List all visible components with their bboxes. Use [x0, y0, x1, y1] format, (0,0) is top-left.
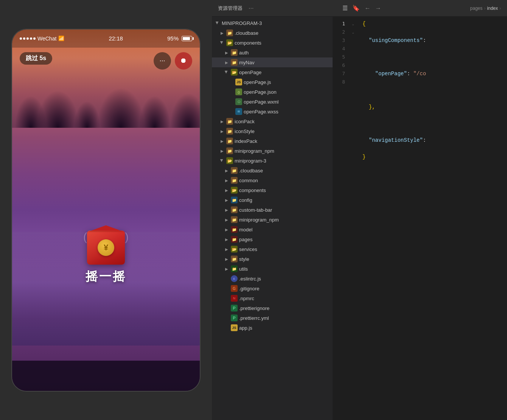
shake-hands: ( ¥ ) [83, 231, 129, 265]
label-utils: utils [239, 266, 248, 272]
tree-item-openPage-json[interactable]: ▶ {} openPage.json [212, 87, 333, 97]
tree-item-iconPack[interactable]: ▶ 📁 iconPack [212, 116, 333, 126]
label-common: common [239, 178, 258, 183]
more-icon: ··· [159, 57, 165, 65]
back-icon[interactable]: ← [364, 5, 370, 12]
tree-item-prettierrc[interactable]: ▶ P .prettierrc.yml [212, 313, 333, 323]
code-editor: 1 2 3 4 5 6 7 8 ⌄ ⌄ { "usingComponents": [333, 17, 507, 420]
folder-icon-myNav: 📁 [231, 59, 238, 66]
tree-item-custom-tab-bar[interactable]: ▶ 📁 custom-tab-bar [212, 205, 333, 215]
skip-button[interactable]: 跳过 5s [20, 52, 52, 65]
tree-item-cloudbase2[interactable]: ▶ 📁 .cloudbase [212, 166, 333, 175]
tree-item-config[interactable]: ▶ 📁 config [212, 195, 333, 205]
line-num-3: 3 [333, 36, 345, 45]
arrow-config: ▶ [224, 197, 229, 203]
arrow-indexPack: ▶ [219, 138, 225, 144]
signal-dots [20, 37, 36, 40]
label-components1: components [235, 40, 261, 46]
code-content[interactable]: { "usingComponents": "openPage": "/co },… [356, 17, 507, 420]
phone-frame: WeChat 📶 22:18 95% 跳过 5s ··· ⏺ [11, 29, 201, 392]
arrow-pages: ▶ [224, 237, 229, 242]
label-cloudbase1: .cloudbase [235, 30, 258, 36]
arrow-common: ▶ [224, 178, 229, 183]
tree-item-style[interactable]: ▶ 📁 style [212, 254, 333, 264]
label-indexPack: indexPack [235, 138, 257, 144]
code-line-4: "openPage": "/co [362, 70, 501, 78]
tree-item-eslintrc[interactable]: ▶ E .eslintrc.js [212, 274, 333, 284]
arrow-utils: ▶ [224, 266, 229, 271]
folder-icon-auth: 📁 [231, 49, 238, 56]
folder-icon-utils: 📁 [231, 265, 238, 272]
tree-item-model[interactable]: ▶ 📁 model [212, 225, 333, 234]
arrow-services: ▶ [224, 246, 229, 252]
js-icon: JS [235, 79, 242, 85]
ide-topbar: 资源管理器 ··· ☰ 🔖 ← → pages › index › [212, 0, 507, 17]
clock: 22:18 [109, 35, 123, 42]
list-view-icon[interactable]: ☰ [342, 5, 348, 12]
tree-item-appjs[interactable]: ▶ JS app.js [212, 323, 333, 333]
tree-item-components1[interactable]: ▶ 📂 components [212, 38, 333, 48]
line-numbers: 1 2 3 4 5 6 7 8 [333, 17, 350, 420]
tree-item-npmrc[interactable]: ▶ N .npmrc [212, 293, 333, 303]
record-button[interactable]: ⏺ [175, 52, 192, 70]
shake-area[interactable]: ( ¥ ) 摇一摇 [83, 231, 129, 285]
appjs-icon: JS [231, 324, 238, 331]
file-tree: ▶ MINIPROGRAM-3 ▶ 📁 .cloudbase ▶ 📂 compo… [212, 17, 333, 420]
tree-item-indexPack[interactable]: ▶ 📁 indexPack [212, 136, 333, 146]
line-num-1: 1 [333, 20, 345, 28]
folder-icon-cloudbase2: 📁 [231, 167, 238, 174]
breadcrumb-pages: pages [470, 6, 483, 11]
folder-icon-iconPack: 📁 [226, 118, 233, 125]
folder-icon-indexPack: 📁 [226, 138, 233, 144]
tree-root[interactable]: ▶ MINIPROGRAM-3 [212, 18, 333, 28]
tree-item-components2[interactable]: ▶ 📂 components [212, 185, 333, 195]
bookmark-icon[interactable]: 🔖 [352, 5, 360, 12]
network-label: WeChat [37, 36, 56, 42]
tree-item-common[interactable]: ▶ 📁 common [212, 175, 333, 185]
tree-item-prettierignore[interactable]: ▶ P .prettierignore [212, 303, 333, 313]
arrow-miniprogram3: ▶ [219, 158, 225, 163]
label-openPage-wxml: openPage.wxml [244, 99, 279, 105]
tree-item-iconStyle[interactable]: ▶ 📁 iconStyle [212, 126, 333, 136]
tree-item-miniprogram3[interactable]: ▶ 📂 miniprogram-3 [212, 156, 333, 166]
arrow-myNav: ▶ [224, 60, 229, 65]
fold-icon-2[interactable]: ⌄ [350, 28, 356, 36]
tree-item-openPage-js[interactable]: ▶ JS openPage.js [212, 77, 333, 87]
fold-area: ⌄ ⌄ [350, 17, 356, 420]
tree-item-openPage[interactable]: ▶ 📂 openPage [212, 67, 333, 77]
root-arrow: ▶ [215, 20, 220, 26]
prettier-icon2: P [231, 315, 238, 321]
folder-icon-model: 📁 [231, 226, 238, 233]
label-gitignore: .gitignore [239, 286, 259, 291]
label-iconPack: iconPack [235, 119, 255, 124]
tree-item-miniprogram-npm2[interactable]: ▶ 📁 miniprogram_npm [212, 215, 333, 225]
phone-simulator: WeChat 📶 22:18 95% 跳过 5s ··· ⏺ [0, 0, 212, 420]
folder-icon: 📁 [226, 29, 233, 36]
label-components2: components [239, 188, 266, 193]
label-pages: pages [239, 237, 252, 242]
line-num-4: 4 [333, 45, 345, 53]
label-custom-tab-bar: custom-tab-bar [239, 207, 272, 213]
tree-item-openPage-wxml[interactable]: ▶ ⬡ openPage.wxml [212, 97, 333, 107]
folder-icon-openPage: 📂 [231, 69, 238, 76]
more-options-icon[interactable]: ··· [249, 5, 254, 12]
folder-icon-services: 📂 [231, 246, 238, 253]
tree-item-cloudbase1[interactable]: ▶ 📁 .cloudbase [212, 28, 333, 38]
line-num-7: 7 [333, 70, 345, 78]
record-icon: ⏺ [180, 57, 187, 65]
tree-item-pages[interactable]: ▶ 📁 pages [212, 234, 333, 244]
fold-icon-1[interactable]: ⌄ [350, 20, 356, 28]
tree-item-gitignore[interactable]: ▶ G .gitignore [212, 284, 333, 293]
coin-symbol: ¥ [98, 239, 114, 256]
tree-item-miniprogram-npm1[interactable]: ▶ 📁 miniprogram_npm [212, 146, 333, 156]
tree-item-auth[interactable]: ▶ 📁 auth [212, 48, 333, 57]
tree-item-utils[interactable]: ▶ 📁 utils [212, 264, 333, 274]
arrow-openPage: ▶ [224, 70, 229, 75]
tree-item-services[interactable]: ▶ 📂 services [212, 244, 333, 254]
tree-item-myNav[interactable]: ▶ 📁 myNav [212, 57, 333, 67]
more-button[interactable]: ··· [154, 52, 171, 70]
forward-icon[interactable]: → [375, 5, 381, 12]
arrow-miniprogram-npm1: ▶ [219, 148, 225, 153]
tree-item-openPage-wxss[interactable]: ▶ ≋ openPage.wxss [212, 107, 333, 116]
label-openPage-json: openPage.json [244, 89, 277, 95]
